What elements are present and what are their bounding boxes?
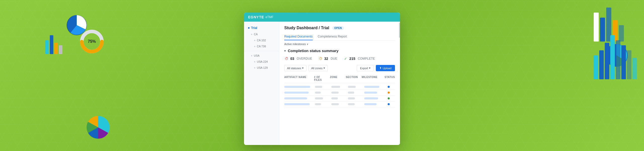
milestones-label: Active milestones [284,43,306,46]
status-dot-orange-2 [388,92,390,94]
filter-zones-label: All zones [311,67,323,70]
sidebar-dot-usa129 [254,67,255,68]
cell-milestone-3 [364,97,386,99]
tab-required-documents[interactable]: Required Documents [284,33,313,40]
sidebar-item-ca738[interactable]: CA 738 [244,43,279,49]
sidebar-label-usa129: USA 129 [257,66,268,69]
stat-complete: ✓ 215 COMPLETE [343,56,375,61]
table-header: ARTIFACT NAME # OF FILES ZONE SECTION MI… [284,74,395,83]
cell-status-4 [388,103,395,105]
col-milestone: MILESTONE [362,76,383,81]
sidebar-label-trial: Trial [251,26,257,30]
cell-files-2 [315,92,329,94]
cell-section-2 [348,92,362,94]
cell-zone-4 [331,103,346,105]
sidebar-item-ca[interactable]: CA [244,31,279,37]
complete-icon: ✓ [343,56,348,61]
cell-zone-1 [331,86,346,88]
col-artifact-name: ARTIFACT NAME [284,76,312,81]
sidebar-dot [248,27,250,29]
collapse-icon[interactable]: ▾ [284,49,286,53]
sidebar-label-usa224: USA 224 [257,60,268,63]
status-dot-blue-4 [388,103,390,105]
sidebar-dot-usa224 [254,61,255,62]
col-section: SECTION [346,76,360,81]
filter-statuses-label: All statuses [287,67,301,70]
chevron-statuses-icon: ▾ [302,66,304,70]
complete-label: COMPLETE [358,57,375,60]
status-badge: OPEN [332,26,344,30]
filter-statuses-button[interactable]: All statuses ▾ [284,65,306,71]
app-body: Trial CA CA 102 CA 738 USA USA 224 [244,22,400,145]
section-title: Completion status summary [288,49,339,53]
sidebar-item-ca102[interactable]: CA 102 [244,37,279,43]
cell-section-1 [348,86,362,88]
export-label: Export [360,67,368,70]
complete-number: 215 [349,57,355,61]
cell-status-2 [388,92,395,94]
overdue-number: 03 [290,57,294,61]
sidebar-label-ca102: CA 102 [257,39,266,42]
chevron-down-icon: ▾ [307,43,308,46]
col-files: # OF FILES [314,76,328,81]
chevron-export-icon: ▾ [369,66,371,70]
app-window: EGNYTE eTMF Trial CA CA 102 CA 738 [244,13,400,145]
table-row[interactable] [284,96,395,101]
action-group: Export ▾ ⬆ Upload [357,65,395,71]
content-header: Study Dashboard / Trial OPEN [284,26,395,30]
main-content: Study Dashboard / Trial OPEN Required Do… [279,22,400,145]
col-status: STATUS [384,76,395,81]
sidebar-label-ca738: CA 738 [257,45,266,48]
filter-group: All statuses ▾ All zones ▾ [284,65,328,71]
cell-files-3 [315,97,329,99]
table-container: ARTIFACT NAME # OF FILES ZONE SECTION MI… [284,74,395,107]
app-topbar: EGNYTE eTMF [244,13,400,22]
sidebar-item-trial[interactable]: Trial [244,25,279,31]
logo-text: EGNYTE [248,15,264,19]
overdue-label: OVERDUE [297,57,312,60]
cell-status-1 [388,86,395,88]
due-label: DUE [331,57,337,60]
col-zone: ZONE [330,76,344,81]
due-number: 32 [324,57,328,61]
cell-milestone-4 [364,103,386,105]
stat-due: ⏱ 32 DUE [318,56,337,61]
upload-icon: ⬆ [379,66,382,70]
cell-milestone-1 [364,86,386,88]
logo-sub: eTMF [266,15,273,19]
milestones-toggle[interactable]: Active milestones ▾ [284,43,395,46]
table-row[interactable] [284,90,395,96]
due-icon: ⏱ [318,56,323,61]
cell-name-2 [284,92,313,94]
status-dot-blue-1 [388,86,390,88]
toolbar: All statuses ▾ All zones ▾ Export ▾ ⬆ [284,65,395,71]
upload-button[interactable]: ⬆ Upload [376,65,395,71]
status-dot-green-3 [388,97,390,99]
tabs: Required Documents Completeness Report [284,33,395,41]
table-row[interactable] [284,101,395,107]
sidebar-label-ca: CA [254,33,258,36]
cell-section-4 [348,103,362,105]
tab-completeness-report[interactable]: Completeness Report [318,33,347,40]
cell-milestone-2 [364,92,386,94]
cell-name-3 [284,97,313,99]
sidebar-item-usa129[interactable]: USA 129 [244,65,279,71]
cell-files-4 [315,103,329,105]
scrollbar[interactable] [399,23,400,123]
sidebar-item-usa[interactable]: USA [244,53,279,59]
cell-files-1 [315,86,329,88]
app-logo: EGNYTE eTMF [248,15,273,19]
filter-zones-button[interactable]: All zones ▾ [308,65,328,71]
scrollbar-thumb [399,23,400,38]
sidebar: Trial CA CA 102 CA 738 USA USA 224 [244,22,279,145]
sidebar-dot-ca [251,34,252,35]
sidebar-dot-ca102 [254,40,255,41]
sidebar-item-usa224[interactable]: USA 224 [244,59,279,65]
overdue-icon: ⏱ [284,56,289,61]
stats-row: ⏱ 03 OVERDUE ⏱ 32 DUE ✓ 215 COMPLETE [284,56,395,61]
table-row[interactable] [284,84,395,90]
export-button[interactable]: Export ▾ [357,65,374,71]
study-title: Study Dashboard / Trial [284,26,329,30]
cell-zone-3 [331,97,346,99]
stat-overdue: ⏱ 03 OVERDUE [284,56,312,61]
